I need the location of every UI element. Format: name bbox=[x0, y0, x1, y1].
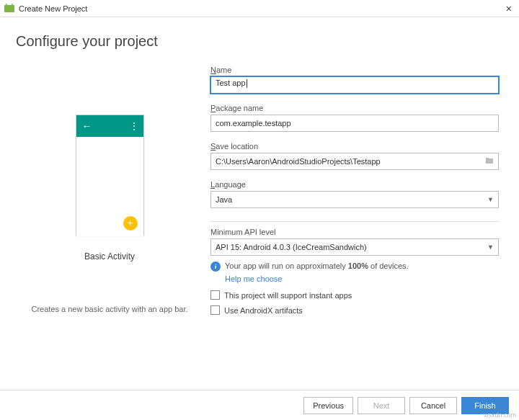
android-icon bbox=[4, 5, 14, 12]
fab-icon: + bbox=[123, 216, 138, 231]
chevron-down-icon: ▼ bbox=[487, 196, 494, 203]
api-label: Minimum API level bbox=[210, 228, 499, 236]
instant-apps-label: This project will support instant apps bbox=[224, 291, 352, 300]
language-label: Language bbox=[210, 180, 499, 189]
watermark: wsxdn.com bbox=[484, 411, 516, 419]
package-input[interactable] bbox=[210, 115, 499, 132]
close-button[interactable]: × bbox=[503, 3, 515, 14]
phone-preview: ← ⋮ + bbox=[76, 115, 144, 236]
previous-button[interactable]: Previous bbox=[303, 397, 353, 414]
footer: Previous Next Cancel Finish bbox=[0, 390, 519, 420]
preview-body: + bbox=[76, 137, 143, 236]
language-value: Java bbox=[216, 195, 232, 204]
instant-apps-checkbox[interactable] bbox=[210, 290, 220, 300]
next-button: Next bbox=[358, 397, 405, 414]
instant-apps-row[interactable]: This project will support instant apps bbox=[210, 290, 499, 300]
folder-icon[interactable] bbox=[484, 156, 494, 165]
compatibility-text: Your app will run on approximately 100% … bbox=[225, 262, 409, 270]
androidx-checkbox[interactable] bbox=[210, 305, 220, 315]
form-column: Name Test app Package name Save location… bbox=[203, 66, 499, 374]
chevron-down-icon: ▼ bbox=[487, 243, 494, 251]
titlebar: Create New Project × bbox=[0, 0, 519, 17]
save-location-input[interactable] bbox=[210, 153, 499, 170]
template-description: Creates a new basic activity with an app… bbox=[31, 305, 187, 313]
name-input[interactable]: Test app bbox=[210, 76, 499, 94]
language-select[interactable]: Java ▼ bbox=[210, 191, 499, 208]
divider bbox=[210, 221, 499, 222]
preview-appbar: ← ⋮ bbox=[76, 115, 143, 137]
window-title: Create New Project bbox=[19, 4, 503, 13]
preview-column: ← ⋮ + Basic Activity Creates a new basic… bbox=[16, 66, 203, 374]
cancel-button[interactable]: Cancel bbox=[409, 397, 457, 414]
page-heading: Configure your project bbox=[0, 17, 519, 50]
help-link[interactable]: Help me choose bbox=[225, 274, 283, 283]
save-location-label: Save location bbox=[210, 142, 499, 151]
info-icon: i bbox=[210, 262, 221, 272]
androidx-row[interactable]: Use AndroidX artifacts bbox=[210, 305, 499, 315]
androidx-label: Use AndroidX artifacts bbox=[224, 306, 303, 315]
more-icon: ⋮ bbox=[130, 121, 138, 131]
template-name: Basic Activity bbox=[84, 251, 135, 262]
content-area: ← ⋮ + Basic Activity Creates a new basic… bbox=[0, 50, 519, 374]
compatibility-info: i Your app will run on approximately 100… bbox=[210, 262, 499, 272]
api-value: API 15: Android 4.0.3 (IceCreamSandwich) bbox=[216, 243, 367, 251]
back-arrow-icon: ← bbox=[82, 120, 92, 132]
name-label: Name bbox=[210, 66, 499, 74]
api-level-select[interactable]: API 15: Android 4.0.3 (IceCreamSandwich)… bbox=[210, 238, 499, 256]
package-label: Package name bbox=[210, 104, 499, 112]
